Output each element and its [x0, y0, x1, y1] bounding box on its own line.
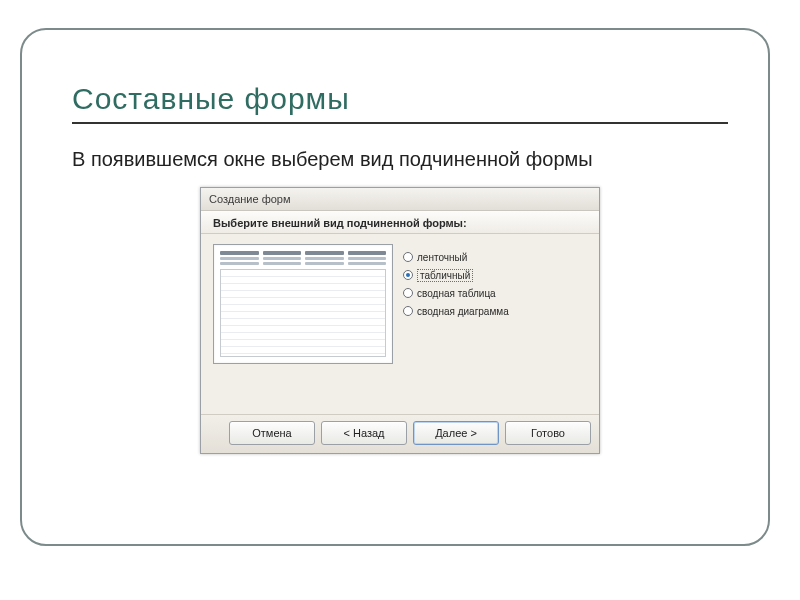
dialog-content: ленточный табличный сводная таблица: [201, 234, 599, 414]
radio-icon: [403, 252, 413, 262]
option-ribbon[interactable]: ленточный: [403, 248, 587, 266]
back-button[interactable]: < Назад: [321, 421, 407, 445]
dialog-titlebar: Создание форм: [201, 188, 599, 211]
option-pivot-chart[interactable]: сводная диаграмма: [403, 302, 587, 320]
title-underline: [72, 122, 728, 124]
preview-grid: [220, 269, 386, 357]
slide-title: Составные формы: [72, 82, 728, 116]
finish-button[interactable]: Готово: [505, 421, 591, 445]
wizard-dialog: Создание форм Выберите внешний вид подчи…: [200, 187, 600, 454]
dialog-instruction: Выберите внешний вид подчиненной формы:: [201, 211, 599, 234]
embedded-screenshot: Создание форм Выберите внешний вид подчи…: [200, 187, 600, 454]
option-label: сводная таблица: [417, 288, 496, 299]
slide-body-text: В появившемся окне выберем вид подчиненн…: [72, 146, 712, 173]
option-pivot-table[interactable]: сводная таблица: [403, 284, 587, 302]
slide-frame: Составные формы В появившемся окне выбер…: [20, 28, 770, 546]
next-button[interactable]: Далее >: [413, 421, 499, 445]
option-label: табличный: [417, 269, 473, 282]
radio-icon: [403, 306, 413, 316]
option-tabular[interactable]: табличный: [403, 266, 587, 284]
preview-header-bars: [220, 251, 386, 265]
radio-icon: [403, 288, 413, 298]
layout-preview: [213, 244, 393, 364]
layout-options: ленточный табличный сводная таблица: [403, 244, 587, 384]
radio-icon: [403, 270, 413, 280]
cancel-button[interactable]: Отмена: [229, 421, 315, 445]
dialog-button-row: Отмена < Назад Далее > Готово: [201, 414, 599, 453]
option-label: сводная диаграмма: [417, 306, 509, 317]
dialog-title: Создание форм: [209, 193, 291, 205]
option-label: ленточный: [417, 252, 467, 263]
